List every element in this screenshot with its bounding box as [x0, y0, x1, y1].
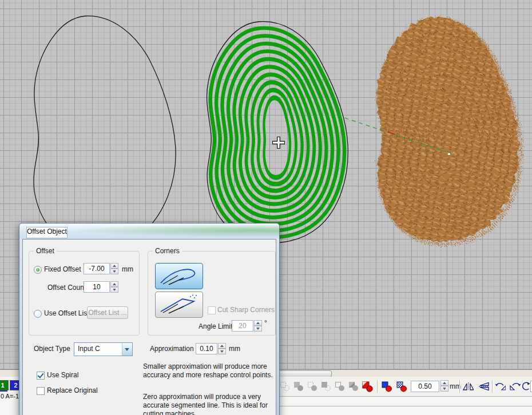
corners-group: Corners Cut Sharp Corners Angle Limit °: [148, 251, 276, 336]
color-palette: 1 2 0 A=-14: [0, 377, 19, 415]
toolbar-separator: [492, 380, 493, 393]
embroidery-app-window: { "dialog": { "title": "Offset Object", …: [0, 0, 532, 415]
combine-intersect-icon[interactable]: [320, 381, 332, 392]
round-corners-button[interactable]: [155, 263, 203, 289]
chevron-down-icon[interactable]: [122, 343, 132, 356]
fixed-offset-radio[interactable]: [34, 266, 42, 274]
mirror-vertical-icon[interactable]: [478, 381, 489, 392]
object-type-value: Input C: [78, 345, 100, 353]
cut-sharp-corners-label: Cut Sharp Corners: [217, 306, 275, 314]
coordinate-readout: 0 A=-14: [1, 393, 19, 400]
replace-original-label: Replace Original: [47, 386, 98, 394]
combine-front-icon[interactable]: [334, 381, 346, 392]
selected-color-indicator: [0, 390, 7, 392]
fixed-offset-label: Fixed Offset: [44, 265, 81, 273]
combine-subtract-icon[interactable]: [307, 381, 318, 392]
spiral-shape[interactable]: [207, 22, 348, 243]
offset-object-icon[interactable]: [381, 381, 392, 392]
object-type-dropdown[interactable]: Input C: [74, 342, 133, 356]
use-offset-list-label: Use Offset List: [44, 309, 89, 317]
weld-red-icon[interactable]: [362, 381, 373, 392]
offset-object-dialog[interactable]: Offset Object Offset Fixed Offset mm Off…: [19, 223, 280, 415]
offset-count-spinner[interactable]: [110, 281, 118, 293]
color-swatch-2[interactable]: 2: [10, 380, 19, 390]
replace-original-checkbox[interactable]: [37, 387, 45, 395]
angle-limit-input[interactable]: [232, 320, 253, 332]
corners-group-label: Corners: [153, 247, 182, 255]
stitch-length-input[interactable]: [411, 381, 439, 392]
color-swatch-1[interactable]: 1: [0, 380, 9, 390]
offset-count-label: Offset Count: [47, 284, 86, 292]
fixed-offset-unit: mm: [122, 265, 133, 273]
dialog-title-bar[interactable]: Offset Object: [19, 224, 279, 239]
offset-count-input[interactable]: [84, 281, 110, 293]
angle-limit-unit: °: [264, 319, 267, 327]
rotate-left-icon[interactable]: [494, 381, 506, 392]
toolbar-separator: [377, 380, 378, 393]
stitch-shape[interactable]: [378, 17, 519, 242]
fixed-offset-spinner[interactable]: [110, 263, 118, 274]
round-corner-icon: [158, 266, 200, 286]
use-offset-list-radio[interactable]: [34, 310, 42, 318]
crosshair-cursor: [272, 137, 285, 149]
outline-shape[interactable]: [34, 16, 176, 250]
offset-list-button[interactable]: Offset List ...: [87, 306, 128, 319]
dialog-body: Offset Fixed Offset mm Offset Count Use …: [22, 239, 276, 415]
rotate-right-icon[interactable]: [509, 381, 521, 392]
approximation-spinner[interactable]: [218, 343, 226, 354]
zero-approximation-info-text: Zero approximation will produce a very a…: [143, 393, 277, 415]
cut-sharp-corners-checkbox[interactable]: [208, 306, 216, 314]
stitch-length-spinner[interactable]: [440, 380, 448, 392]
use-spiral-checkbox[interactable]: [37, 372, 45, 380]
approximation-info-text: Smaller approximation will produce more …: [143, 362, 277, 380]
angle-limit-label: Angle Limit: [198, 322, 232, 330]
offset-fill-icon[interactable]: [396, 381, 407, 392]
combine-back-icon[interactable]: [348, 381, 359, 392]
approximation-unit: mm: [229, 345, 240, 353]
combine-dotted-icon[interactable]: [279, 381, 291, 392]
combine-union-icon[interactable]: [293, 381, 304, 392]
sharp-corner-icon: [158, 294, 200, 315]
sharp-corners-button[interactable]: [155, 292, 203, 318]
approximation-label: Approximation: [150, 345, 194, 353]
use-spiral-label: Use Spiral: [47, 371, 78, 379]
mirror-horizontal-icon[interactable]: [462, 381, 474, 392]
dialog-title: Offset Object: [26, 227, 68, 238]
approximation-input[interactable]: [196, 343, 217, 354]
offset-group-label: Offset: [34, 247, 57, 255]
angle-limit-spinner[interactable]: [254, 320, 262, 332]
toolbar-separator: [459, 380, 460, 393]
fixed-offset-input[interactable]: [84, 263, 110, 274]
object-type-label: Object Type: [34, 345, 70, 353]
offset-group: Offset Fixed Offset mm Offset Count Use …: [29, 251, 140, 336]
